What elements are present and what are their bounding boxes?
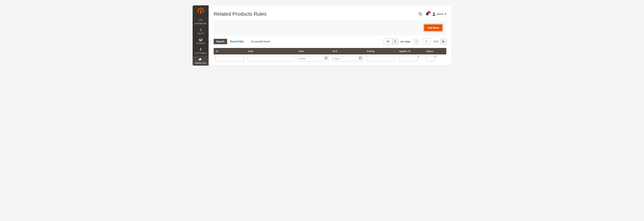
notifications-icon[interactable]: 1: [426, 12, 429, 16]
gauge-icon: [193, 18, 208, 22]
col-status[interactable]: Status: [424, 48, 441, 54]
filter-status-value[interactable]: [426, 56, 435, 61]
svg-rect-25: [360, 59, 360, 59]
svg-rect-16: [326, 59, 326, 59]
svg-point-2: [200, 48, 201, 49]
notification-badge: 1: [428, 11, 430, 14]
main-content: Related Products Rules 1 admin Add Rule: [208, 6, 452, 66]
chevron-down-icon[interactable]: [418, 56, 422, 61]
add-rule-button[interactable]: Add Rule: [424, 24, 442, 31]
svg-rect-14: [327, 58, 327, 58]
page-size-caret[interactable]: [392, 39, 398, 44]
records-found: 44 records found: [251, 40, 270, 43]
nav-label: DASHBOARD: [193, 23, 208, 24]
nav-sales[interactable]: $ SALES: [192, 26, 208, 36]
per-page-label: per page: [400, 40, 410, 43]
nav-catalog[interactable]: CATALOG: [192, 36, 208, 46]
user-menu[interactable]: admin: [432, 12, 446, 16]
svg-point-7: [433, 12, 435, 14]
filter-end-from[interactable]: [332, 56, 363, 61]
chevron-down-icon[interactable]: [435, 56, 439, 61]
col-priority[interactable]: Priority↓: [364, 48, 397, 54]
nav-label: CUSTOMERS: [193, 52, 208, 54]
svg-rect-13: [326, 58, 326, 58]
reset-filter-link[interactable]: Reset Filter: [230, 40, 244, 43]
dollar-icon: $: [193, 28, 208, 32]
filter-applies-select[interactable]: [399, 56, 422, 61]
svg-rect-15: [325, 59, 326, 59]
col-applies[interactable]: Applies To: [397, 48, 424, 54]
svg-line-0: [201, 20, 202, 21]
app-frame: DASHBOARD $ SALES CATALOG CUSTOMERS MARK…: [192, 6, 452, 66]
sidebar: DASHBOARD $ SALES CATALOG CUSTOMERS MARK…: [192, 6, 208, 66]
filter-status-select[interactable]: [426, 56, 439, 61]
calendar-icon[interactable]: [359, 57, 362, 60]
grid-header: ID Rule Start End Priority↓ Applies To S…: [214, 48, 446, 54]
toolbar-left: Search Reset Filter 44 records found: [214, 39, 270, 44]
magento-logo[interactable]: [192, 6, 208, 16]
search-icon[interactable]: [418, 12, 422, 16]
page-input[interactable]: [422, 39, 430, 44]
person-icon: [193, 48, 208, 52]
filter-start-from[interactable]: [298, 56, 329, 61]
sort-desc-icon: ↓: [394, 50, 395, 53]
action-bar: Add Rule: [214, 20, 446, 36]
col-id[interactable]: ID: [214, 48, 246, 54]
header-actions: 1 admin: [418, 12, 446, 16]
page-size-input[interactable]: [384, 39, 392, 44]
col-end[interactable]: End: [330, 48, 364, 54]
svg-rect-22: [360, 58, 360, 58]
chevron-down-icon: [444, 14, 446, 14]
filter-id[interactable]: [216, 56, 244, 61]
nav-label: SALES: [193, 32, 208, 34]
svg-line-6: [421, 14, 422, 16]
svg-rect-12: [325, 58, 326, 58]
page-total: of 3: [434, 40, 438, 43]
col-rule[interactable]: Rule: [246, 48, 296, 54]
chevron-right-icon: [443, 40, 444, 42]
grid-toolbar: Search Reset Filter 44 records found per…: [208, 36, 452, 46]
nav-marketing[interactable]: MARKETING: [192, 56, 208, 66]
svg-rect-24: [360, 59, 360, 59]
user-icon: [432, 12, 436, 16]
chevron-left-icon: [415, 40, 417, 42]
svg-rect-21: [360, 58, 360, 58]
megaphone-icon: [193, 58, 208, 62]
filter-rule[interactable]: [248, 56, 294, 61]
svg-point-5: [419, 12, 421, 15]
nav-label: CATALOG: [193, 42, 208, 44]
svg-rect-4: [200, 49, 202, 50]
col-start[interactable]: Start: [296, 48, 330, 54]
pager-next[interactable]: [440, 39, 446, 44]
grid-filter-row: [214, 54, 446, 63]
page-title: Related Products Rules: [214, 11, 266, 17]
nav-customers[interactable]: CUSTOMERS: [192, 46, 208, 56]
add-rule-highlight: Add Rule: [423, 24, 443, 32]
svg-rect-23: [361, 58, 361, 58]
nav-label: MARKETING: [193, 62, 208, 64]
page-size-select[interactable]: [384, 39, 398, 44]
toolbar-right: per page of 3: [384, 39, 446, 44]
pager-prev[interactable]: [413, 39, 419, 44]
nav-dashboard[interactable]: DASHBOARD: [192, 16, 208, 26]
calendar-icon[interactable]: [325, 57, 328, 60]
page-header: Related Products Rules 1 admin: [208, 6, 452, 20]
filter-priority[interactable]: [366, 56, 395, 61]
box-icon: [193, 38, 208, 42]
user-name: admin: [437, 12, 444, 16]
search-button[interactable]: Search: [214, 39, 227, 44]
filter-applies-value[interactable]: [399, 56, 418, 61]
svg-text:$: $: [200, 28, 202, 32]
